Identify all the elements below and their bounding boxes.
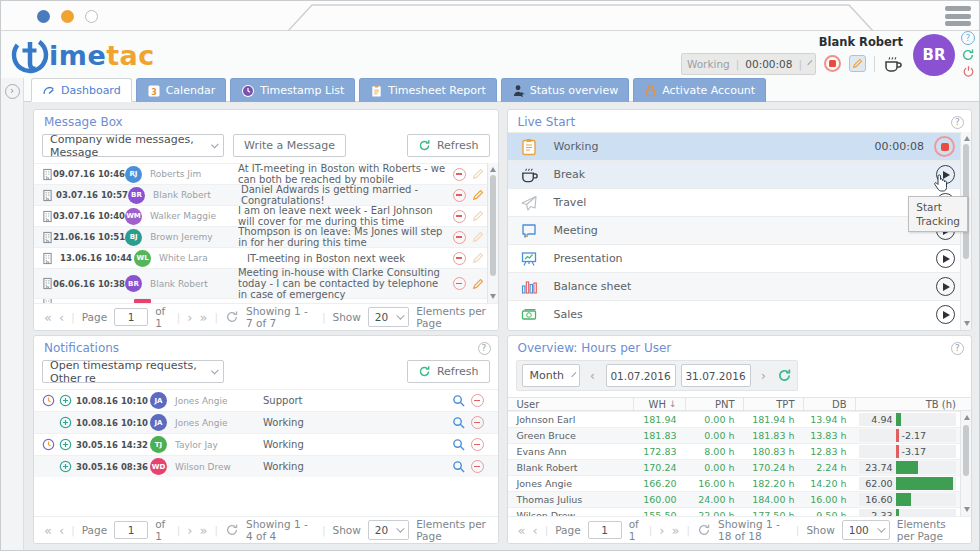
- delete-message-icon[interactable]: [453, 231, 466, 244]
- message-row[interactable]: 03.07.16 10:40WMWalker MaggieI am on lea…: [34, 205, 498, 226]
- start-tracking-button[interactable]: [936, 277, 955, 296]
- hours-table-row[interactable]: Green Bruce181.830.00 h181.83 h13.83 h-2…: [508, 427, 972, 443]
- first-page-button[interactable]: «: [44, 311, 52, 324]
- live-start-row[interactable]: Break: [508, 160, 972, 188]
- tab-status-overview[interactable]: Status overview: [501, 78, 629, 102]
- page-size-select[interactable]: 20: [368, 520, 409, 540]
- help-icon[interactable]: ?: [961, 31, 975, 45]
- notification-row[interactable]: 10.08.16 10:10JAJones AngieWorking: [34, 411, 498, 433]
- column-wh[interactable]: WH↓: [633, 398, 685, 410]
- edit-message-icon[interactable]: [472, 189, 484, 201]
- start-tracking-button[interactable]: [936, 305, 955, 324]
- edit-message-icon[interactable]: [472, 278, 484, 290]
- edit-message-icon[interactable]: [472, 168, 484, 180]
- edit-timestamp-icon[interactable]: [849, 55, 866, 72]
- page-size-select[interactable]: 100: [842, 520, 890, 540]
- menu-icon[interactable]: [945, 6, 971, 29]
- message-row[interactable]: 13.06.16 10:44WLWhite LaraIT-meeting in …: [34, 247, 498, 268]
- user-avatar[interactable]: BR: [913, 34, 955, 76]
- active-task-selector[interactable]: Working | 00:00:08 |: [681, 53, 816, 75]
- column-pnt[interactable]: PNT: [685, 398, 743, 410]
- last-page-button[interactable]: »: [672, 524, 680, 537]
- refresh-button[interactable]: Refresh: [407, 360, 490, 383]
- hours-table-row[interactable]: Johnson Earl181.940.00 h181.94 h13.94 h4…: [508, 411, 972, 427]
- delete-message-icon[interactable]: [453, 189, 466, 202]
- view-details-icon[interactable]: [452, 460, 465, 473]
- column-db[interactable]: DB: [803, 398, 855, 410]
- prev-page-button[interactable]: ‹: [59, 311, 64, 324]
- message-row[interactable]: 09.07.16 10:46RJRoberts JimAt IT-meeting…: [34, 163, 498, 184]
- tab-activate-account[interactable]: Activate Account: [633, 78, 766, 102]
- stop-timer-button[interactable]: [824, 55, 841, 72]
- next-period-button[interactable]: ›: [756, 364, 772, 387]
- live-start-row[interactable]: Balance sheet: [508, 272, 972, 300]
- tab-calendar[interactable]: 3Calendar: [136, 78, 226, 102]
- tab-timesheet-report[interactable]: Timesheet Report: [359, 78, 496, 102]
- tab-timestamp-list[interactable]: Timestamp List: [230, 78, 355, 102]
- live-start-row[interactable]: Meeting: [508, 216, 972, 244]
- notification-filter-select[interactable]: Open timestamp requests, Other re: [42, 360, 224, 383]
- edit-message-icon[interactable]: [472, 231, 484, 243]
- first-page-button[interactable]: «: [44, 524, 52, 537]
- message-row[interactable]: 03.07.16 10:57BRBlank RobertDaniel Adwar…: [34, 184, 498, 205]
- help-icon[interactable]: ?: [951, 342, 964, 355]
- stop-tracking-button[interactable]: [934, 136, 955, 157]
- page-input[interactable]: [114, 308, 148, 326]
- next-page-button[interactable]: ›: [659, 524, 664, 537]
- reload-icon[interactable]: [697, 523, 711, 537]
- window-button-1[interactable]: [37, 10, 50, 23]
- last-page-button[interactable]: »: [199, 311, 207, 324]
- add-request-icon[interactable]: [59, 460, 76, 473]
- break-icon[interactable]: [883, 55, 903, 73]
- window-button-3[interactable]: [85, 10, 98, 23]
- dismiss-icon[interactable]: [471, 394, 484, 407]
- view-details-icon[interactable]: [452, 394, 465, 407]
- dismiss-icon[interactable]: [471, 438, 484, 451]
- live-start-row[interactable]: Presentation: [508, 244, 972, 272]
- window-button-2[interactable]: [61, 10, 74, 23]
- expand-sidebar-icon[interactable]: ›: [5, 84, 20, 99]
- live-start-row[interactable]: Sales: [508, 300, 972, 328]
- column-tpt[interactable]: TPT: [743, 398, 803, 410]
- first-page-button[interactable]: «: [518, 524, 526, 537]
- page-size-select[interactable]: 20: [368, 307, 409, 327]
- hours-table-row[interactable]: Jones Angie166.2016.00 h182.20 h14.20 h6…: [508, 475, 972, 491]
- scrollbar[interactable]: [487, 163, 498, 303]
- message-row[interactable]: 06.06.16 10:38BRBlank RobertMeeting in-h…: [34, 268, 498, 298]
- delete-message-icon[interactable]: [453, 277, 466, 290]
- notification-row[interactable]: 10.08.16 10:10JAJones AngieSupport: [34, 389, 498, 411]
- start-tracking-button[interactable]: [936, 249, 955, 268]
- dismiss-icon[interactable]: [471, 460, 484, 473]
- reload-icon[interactable]: [777, 368, 792, 383]
- column-user[interactable]: User: [508, 398, 633, 410]
- live-start-row[interactable]: Travel: [508, 188, 972, 216]
- add-request-icon[interactable]: [59, 438, 76, 451]
- refresh-button[interactable]: Refresh: [407, 134, 490, 157]
- last-page-button[interactable]: »: [199, 524, 207, 537]
- help-icon[interactable]: ?: [951, 116, 964, 129]
- date-to-input[interactable]: 31.07.2016: [681, 364, 751, 387]
- help-icon[interactable]: ?: [478, 342, 491, 355]
- refresh-icon[interactable]: [961, 48, 975, 62]
- reload-icon[interactable]: [225, 523, 239, 537]
- delete-message-icon[interactable]: [453, 168, 466, 181]
- add-request-icon[interactable]: [59, 394, 76, 407]
- column-tb[interactable]: TB (h): [855, 398, 961, 410]
- message-row[interactable]: 21.06.16 10:51BJBrown JeremyThompson is …: [34, 226, 498, 247]
- write-message-button[interactable]: Write a Message: [233, 134, 346, 157]
- edit-message-icon[interactable]: [472, 252, 484, 264]
- previous-period-button[interactable]: ‹: [585, 364, 601, 387]
- delete-message-icon[interactable]: [453, 210, 466, 223]
- delete-message-icon[interactable]: [453, 252, 466, 265]
- scrollbar[interactable]: [960, 411, 971, 516]
- next-page-button[interactable]: ›: [187, 311, 192, 324]
- dismiss-icon[interactable]: [471, 416, 484, 429]
- next-page-button[interactable]: ›: [187, 524, 192, 537]
- period-select[interactable]: Month: [522, 364, 580, 387]
- prev-page-button[interactable]: ‹: [59, 524, 64, 537]
- date-from-input[interactable]: 01.07.2016: [606, 364, 676, 387]
- message-filter-select[interactable]: Company wide messages, Message: [42, 134, 224, 157]
- view-details-icon[interactable]: [452, 416, 465, 429]
- view-details-icon[interactable]: [452, 438, 465, 451]
- notification-row[interactable]: 30.05.16 08:36WDWilson DrewWorking: [34, 455, 498, 477]
